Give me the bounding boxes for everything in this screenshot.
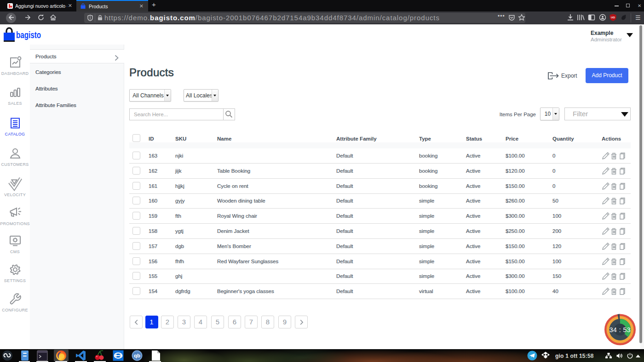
- svg-text:34 : 53: 34 : 53: [610, 326, 631, 334]
- svg-text:qb: qb: [134, 353, 140, 358]
- svg-text:UO: UO: [611, 16, 615, 19]
